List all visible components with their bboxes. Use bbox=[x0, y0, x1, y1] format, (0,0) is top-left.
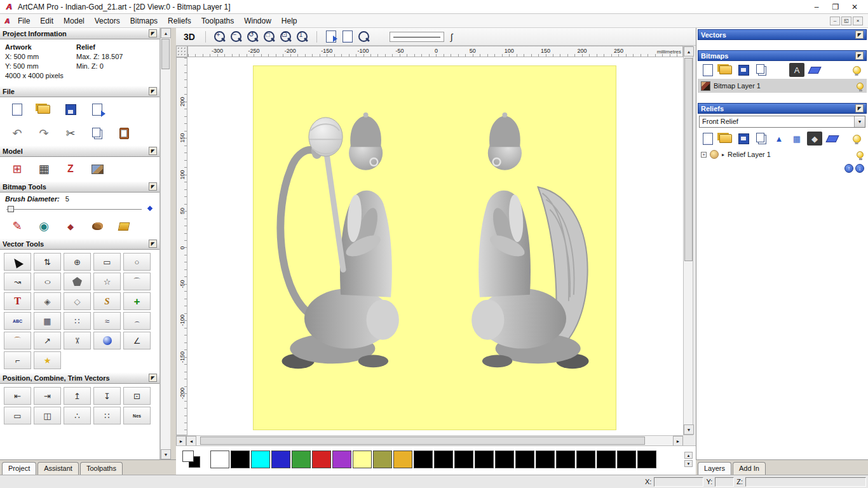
trim-overlap-icon[interactable]: ∷ bbox=[93, 407, 121, 424]
combine-vectors-icon[interactable]: ◫ bbox=[34, 407, 61, 424]
duplicate-relief-layer-icon[interactable] bbox=[754, 132, 769, 146]
undo-icon[interactable]: ↶ bbox=[8, 124, 27, 143]
create-circle-icon[interactable]: ○ bbox=[123, 253, 151, 271]
copy-icon[interactable] bbox=[88, 124, 107, 143]
vector-doctor-icon[interactable]: ★ bbox=[34, 351, 61, 369]
collapse-section-icon[interactable]: ◤ bbox=[149, 87, 157, 95]
tab-assistant[interactable]: Assistant bbox=[37, 462, 79, 475]
bitmap-artboard[interactable] bbox=[253, 65, 616, 430]
preview-relief-icon[interactable]: ◆ bbox=[807, 132, 822, 146]
weld-vectors-icon[interactable]: ∴ bbox=[64, 407, 91, 424]
slider-handle[interactable] bbox=[8, 206, 14, 212]
create-arc-icon[interactable]: ⌒ bbox=[123, 273, 151, 290]
layer-visibility-bulb-icon[interactable] bbox=[857, 151, 864, 158]
collapse-section-icon[interactable]: ◤ bbox=[149, 182, 157, 191]
tab-project[interactable]: Project bbox=[2, 462, 36, 475]
left-panel-scrollbar[interactable]: ▲ ▼ bbox=[160, 28, 170, 459]
relief-layer-row[interactable]: + ▸ Relief Layer 1 bbox=[698, 147, 867, 161]
open-model-icon[interactable] bbox=[34, 100, 53, 119]
duplicate-bitmap-layer-icon[interactable] bbox=[754, 63, 769, 77]
mdi-minimize-button[interactable]: – bbox=[830, 17, 840, 25]
create-polygon-icon[interactable] bbox=[64, 273, 91, 290]
arc-through-points-icon[interactable]: ⌒ bbox=[4, 332, 31, 349]
brush-diameter-slider[interactable] bbox=[6, 204, 153, 214]
block-copy-rotate-icon[interactable]: ∷ bbox=[64, 312, 91, 330]
palette-color-3[interactable] bbox=[271, 451, 290, 468]
palette-color-13[interactable] bbox=[475, 451, 494, 468]
open-relief-layer-icon[interactable] bbox=[718, 132, 733, 146]
fit-curve-to-points-icon[interactable]: ≈ bbox=[93, 312, 121, 330]
minimize-button[interactable]: – bbox=[807, 1, 826, 13]
convert-bitmap-icon[interactable]: A bbox=[789, 63, 804, 77]
move-left-icon[interactable]: ⇤ bbox=[4, 387, 31, 405]
colour-palette-icon[interactable] bbox=[88, 217, 107, 236]
move-layer-up-icon[interactable]: ↑ bbox=[844, 164, 853, 173]
move-down-icon[interactable]: ↧ bbox=[93, 387, 121, 405]
mdi-close-button[interactable]: × bbox=[853, 17, 863, 25]
palette-color-16[interactable] bbox=[536, 451, 555, 468]
new-model-icon[interactable] bbox=[8, 100, 27, 119]
pan-mode-icon[interactable] bbox=[323, 30, 339, 44]
scroll-up-icon[interactable]: ▲ bbox=[684, 46, 694, 57]
create-fillet-icon[interactable]: ⌐ bbox=[4, 351, 31, 369]
scroll-down-icon[interactable]: ▼ bbox=[161, 449, 171, 459]
zoom-out-icon[interactable]: − bbox=[229, 30, 244, 44]
scrollbar-thumb[interactable] bbox=[161, 39, 170, 69]
menu-help[interactable]: Help bbox=[276, 15, 302, 27]
measure-tool-icon[interactable]: ∠ bbox=[123, 332, 151, 349]
canvas-vertical-scrollbar[interactable]: ▲ ▼ bbox=[683, 46, 693, 435]
zoom-in-icon[interactable]: + bbox=[212, 30, 227, 44]
palette-scroll-down-icon[interactable]: ▼ bbox=[684, 460, 693, 467]
palette-color-2[interactable] bbox=[251, 451, 270, 468]
vector-grid-icon[interactable]: ▦ bbox=[34, 312, 61, 330]
palette-color-14[interactable] bbox=[495, 451, 514, 468]
mdi-restore-button[interactable]: ◱ bbox=[841, 17, 851, 25]
menu-model[interactable]: Model bbox=[58, 15, 90, 27]
collapse-section-icon[interactable]: ◤ bbox=[149, 29, 157, 37]
scroll-right-icon[interactable]: ► bbox=[673, 436, 683, 446]
line-profile-icon[interactable]: ∫ bbox=[451, 32, 453, 42]
toggle-all-bitmap-visibility-icon[interactable] bbox=[849, 63, 864, 77]
create-star-icon[interactable]: ☆ bbox=[93, 273, 121, 290]
delete-bitmap-layer-icon[interactable] bbox=[807, 63, 822, 77]
pan-right-icon[interactable]: ► bbox=[176, 436, 186, 446]
smooth-polyline-icon[interactable]: ⌢ bbox=[123, 312, 151, 330]
scroll-down-icon[interactable]: ▼ bbox=[684, 424, 694, 435]
bitmap-layer-row[interactable]: Bitmap Layer 1 bbox=[698, 79, 867, 93]
save-bitmap-layer-icon[interactable] bbox=[736, 63, 751, 77]
reliefs-section-header[interactable]: Reliefs ◤ bbox=[698, 103, 867, 114]
menu-file[interactable]: File bbox=[13, 15, 35, 27]
palette-color-1[interactable] bbox=[231, 451, 250, 468]
relief-layer-name[interactable]: Relief Layer 1 bbox=[728, 151, 771, 158]
offset-vectors-icon[interactable]: ◈ bbox=[34, 292, 61, 310]
create-ellipse-icon[interactable]: ○ bbox=[34, 273, 61, 290]
expand-layer-icon[interactable]: + bbox=[701, 152, 707, 158]
menu-bitmaps[interactable]: Bitmaps bbox=[125, 15, 163, 27]
select-vectors-icon[interactable] bbox=[4, 253, 31, 271]
paint-selective-icon[interactable]: ◉ bbox=[34, 217, 53, 236]
create-polyline-icon[interactable]: ↝ bbox=[4, 273, 31, 290]
menu-edit[interactable]: Edit bbox=[35, 15, 58, 27]
calculate-relief-icon[interactable]: ▦ bbox=[789, 132, 804, 146]
nesting-icon[interactable]: Nes bbox=[123, 407, 151, 424]
vectors-section-header[interactable]: Vectors ◤ bbox=[698, 29, 867, 40]
move-up-icon[interactable]: ↥ bbox=[64, 387, 91, 405]
active-colors-indicator[interactable] bbox=[181, 451, 205, 470]
paint-bucket-icon[interactable] bbox=[114, 217, 133, 236]
tab-toolpaths[interactable]: Toolpaths bbox=[80, 462, 123, 475]
create-freeform-icon[interactable]: ◇ bbox=[64, 292, 91, 310]
new-relief-layer-icon[interactable] bbox=[700, 132, 715, 146]
maximize-button[interactable]: ❐ bbox=[826, 1, 845, 13]
open-bitmap-layer-icon[interactable] bbox=[718, 63, 733, 77]
dropdown-arrow-icon[interactable]: ▼ bbox=[854, 116, 865, 127]
view-3d-button[interactable]: 3D bbox=[180, 31, 199, 43]
wrap-text-on-curve-icon[interactable]: S bbox=[93, 292, 121, 310]
tab-layers[interactable]: Layers bbox=[698, 462, 731, 475]
palette-color-9[interactable] bbox=[393, 451, 412, 468]
palette-color-6[interactable] bbox=[332, 451, 351, 468]
canvas-horizontal-scrollbar[interactable]: ► ◄ ► bbox=[176, 435, 683, 445]
cut-icon[interactable]: ✂ bbox=[61, 124, 80, 143]
collapse-section-icon[interactable]: ◤ bbox=[149, 240, 157, 248]
extend-polyline-icon[interactable]: ↗ bbox=[34, 332, 61, 349]
palette-color-7[interactable] bbox=[353, 451, 372, 468]
